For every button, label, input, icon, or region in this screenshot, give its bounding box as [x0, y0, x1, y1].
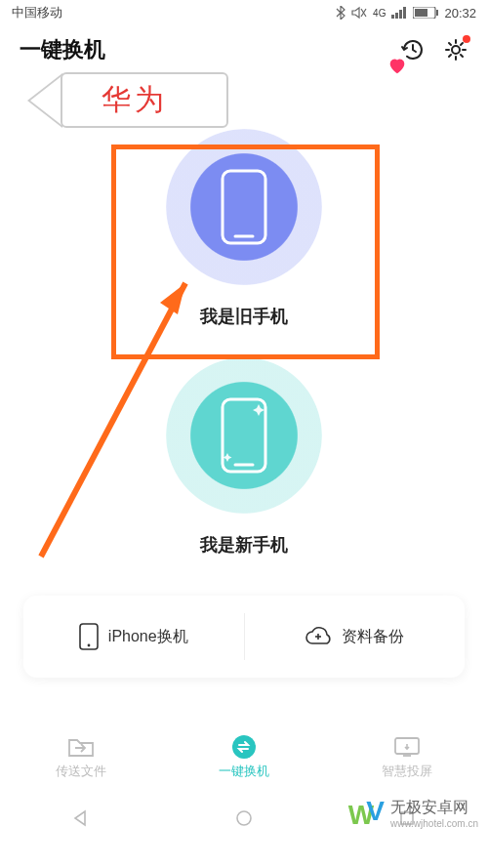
notification-dot [463, 35, 470, 43]
phone-outline-icon [220, 168, 268, 246]
tab-bar: 传送文件 一键换机 智慧投屏 [0, 723, 488, 792]
battery-icon [413, 7, 438, 19]
callout-text: 华为 [61, 72, 228, 128]
network-label: 4G [373, 8, 386, 19]
watermark-logo: W V [348, 800, 385, 827]
old-phone-option[interactable]: 我是旧手机 [166, 129, 322, 328]
svg-rect-0 [391, 15, 394, 19]
old-phone-circle [166, 129, 322, 285]
cloud-plus-icon [305, 626, 332, 647]
svg-rect-6 [436, 10, 438, 16]
page-title: 一键换机 [20, 35, 105, 64]
svg-rect-3 [403, 7, 406, 19]
annotation-callout: 华为 [61, 72, 228, 128]
svg-point-7 [452, 46, 460, 54]
signal-icon [391, 7, 407, 19]
history-button[interactable] [400, 37, 426, 62]
tab-phone-switch[interactable]: 一键换机 [163, 723, 326, 792]
iphone-transfer-button[interactable]: iPhone换机 [23, 596, 244, 678]
svg-rect-2 [399, 10, 402, 19]
svg-point-15 [87, 644, 90, 647]
watermark-text: 无极安卓网 [390, 798, 478, 818]
clock: 20:32 [444, 6, 476, 21]
phone-sparkle-icon [220, 396, 268, 475]
svg-rect-1 [395, 13, 398, 19]
watermark: W V 无极安卓网 www.wjhotel.com.cn [348, 798, 478, 829]
bluetooth-icon [336, 6, 346, 20]
settings-button[interactable] [443, 37, 468, 62]
status-bar: 中国移动 4G 20:32 [0, 0, 488, 25]
folder-send-icon [67, 735, 95, 759]
svg-point-18 [232, 735, 256, 759]
svg-rect-5 [415, 9, 427, 17]
mute-icon [351, 6, 367, 20]
circle-home-icon [235, 809, 253, 827]
app-header: 一键换机 [0, 25, 488, 70]
tab-send-files[interactable]: 传送文件 [0, 723, 163, 792]
watermark-url: www.wjhotel.com.cn [390, 818, 478, 829]
nav-back[interactable] [52, 804, 110, 833]
new-phone-circle [166, 357, 322, 514]
tab-cast-label: 智慧投屏 [382, 763, 432, 780]
triangle-back-icon [72, 809, 90, 827]
tab-send-label: 传送文件 [56, 763, 106, 780]
tab-switch-label: 一键换机 [219, 763, 269, 780]
new-phone-label: 我是新手机 [200, 533, 288, 557]
bottom-actions-card: iPhone换机 资料备份 [23, 596, 465, 678]
swap-icon [230, 735, 258, 759]
cast-icon [393, 735, 421, 759]
backup-button[interactable]: 资料备份 [245, 596, 466, 678]
new-phone-option[interactable]: 我是新手机 [166, 357, 322, 557]
tab-screen-cast[interactable]: 智慧投屏 [325, 723, 488, 792]
nav-home[interactable] [215, 804, 273, 833]
carrier-label: 中国移动 [12, 4, 62, 21]
backup-label: 资料备份 [342, 627, 404, 647]
iphone-transfer-label: iPhone换机 [108, 627, 188, 647]
iphone-icon [79, 623, 99, 650]
svg-rect-8 [223, 171, 265, 243]
old-phone-label: 我是旧手机 [200, 305, 288, 328]
svg-point-20 [237, 811, 251, 825]
status-icons: 4G 20:32 [336, 6, 476, 21]
